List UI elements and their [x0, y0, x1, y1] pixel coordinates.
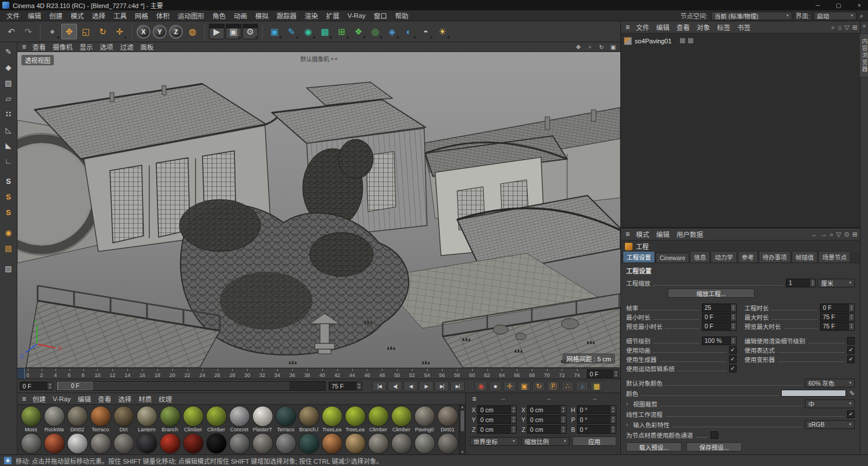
- material-item[interactable]: [67, 434, 88, 453]
- go-to-start-button[interactable]: |◀: [372, 381, 387, 391]
- attribute-tab[interactable]: 帧插值: [792, 251, 818, 262]
- simulation-icon[interactable]: ◐: [401, 24, 417, 39]
- zoom-view-icon[interactable]: ⌕: [585, 43, 595, 51]
- preview-range-slider[interactable]: 0 F 75 F: [56, 381, 326, 391]
- stepper-icon[interactable]: [848, 313, 854, 321]
- points-mode-icon[interactable]: ∷: [2, 107, 16, 121]
- coordinate-menu-icon[interactable]: ≡: [470, 395, 479, 403]
- use-motion-system-checkbox[interactable]: [729, 365, 737, 372]
- viewport-menu-item[interactable]: 显示: [76, 42, 97, 52]
- material-item[interactable]: [252, 434, 273, 453]
- keyframe-scale-icon[interactable]: ▣: [518, 381, 531, 391]
- minimize-button[interactable]: ─: [809, 0, 826, 10]
- project-duration-field[interactable]: 0 F: [820, 304, 855, 312]
- coordinate-field[interactable]: 0 °: [577, 405, 616, 414]
- viewport-solo-off-icon[interactable]: S: [2, 174, 16, 188]
- menubar-item[interactable]: 模式: [67, 10, 88, 21]
- deformer-icon[interactable]: ◈: [384, 24, 400, 39]
- minimal-interface-icon[interactable]: ▦: [590, 381, 603, 391]
- play-button[interactable]: ▶: [419, 381, 433, 391]
- menubar-item[interactable]: 编辑: [24, 10, 45, 21]
- coordinate-system-dropdown[interactable]: 世界坐标▾: [470, 437, 518, 446]
- material-item[interactable]: [159, 434, 181, 453]
- save-preset-button[interactable]: 保存预设...: [686, 442, 742, 452]
- use-animation-checkbox[interactable]: [729, 346, 737, 354]
- stepper-icon[interactable]: [610, 416, 616, 423]
- autokey-icon[interactable]: ●: [489, 381, 502, 391]
- material-item[interactable]: [182, 434, 204, 453]
- material-item[interactable]: Branch: [159, 406, 181, 434]
- preview-min-field[interactable]: 0 F: [702, 322, 737, 331]
- use-generators-checkbox[interactable]: [729, 356, 737, 363]
- object-row[interactable]: so4Paving01: [624, 36, 857, 46]
- use-expressions-checkbox[interactable]: [847, 346, 855, 354]
- stepper-icon[interactable]: [610, 426, 616, 433]
- viewport-solo-single-icon[interactable]: S: [2, 190, 16, 204]
- coordinate-system-icon[interactable]: ◍: [185, 24, 200, 39]
- material-menu-item[interactable]: 创建: [29, 394, 49, 404]
- tag-icon[interactable]: [679, 38, 686, 44]
- current-frame-marker[interactable]: [17, 368, 25, 379]
- material-item[interactable]: Dirt02: [67, 406, 88, 434]
- stepper-icon[interactable]: [848, 323, 854, 330]
- scale-tool-icon[interactable]: ◱: [78, 24, 94, 39]
- om-home-icon[interactable]: ⌂: [838, 24, 842, 31]
- close-button[interactable]: ×: [851, 0, 868, 10]
- coordinate-field[interactable]: 0 cm: [477, 415, 517, 424]
- quantize-icon[interactable]: ▤: [2, 241, 16, 255]
- viewport-menu-icon[interactable]: ≡: [20, 43, 28, 51]
- fps-field[interactable]: 25: [702, 304, 737, 312]
- generator-icon[interactable]: ⊞: [334, 24, 350, 39]
- redo-icon[interactable]: ↷: [20, 24, 36, 39]
- keyframe-rotation-icon[interactable]: ↻: [532, 381, 545, 391]
- material-item[interactable]: [298, 434, 319, 453]
- object-manager-menu-item[interactable]: 书签: [734, 22, 754, 32]
- search-icon[interactable]: ⌕: [860, 12, 863, 20]
- live-selection-icon[interactable]: ⌖: [45, 24, 60, 39]
- coordinate-field[interactable]: 0 cm: [527, 425, 567, 434]
- expander-icon[interactable]: ›: [626, 421, 631, 428]
- material-item[interactable]: Dirt: [113, 406, 134, 434]
- light-icon[interactable]: ☀: [435, 24, 450, 39]
- material-item[interactable]: TreeLea: [344, 406, 366, 434]
- viewport-menu-item[interactable]: 选项: [97, 42, 117, 52]
- keyframe-pla-icon[interactable]: ∴: [561, 381, 574, 391]
- previous-key-button[interactable]: ◀|: [388, 381, 402, 391]
- current-frame-field[interactable]: 0 F: [20, 382, 53, 390]
- field-icon[interactable]: ◎: [367, 24, 383, 39]
- view-clipping-dropdown[interactable]: 中▾: [805, 400, 855, 408]
- menubar-item[interactable]: 工具: [109, 10, 131, 21]
- preview-max-field[interactable]: 75 F: [820, 322, 855, 331]
- model-mode-icon[interactable]: ◆: [2, 60, 16, 74]
- tag-icon[interactable]: [687, 38, 694, 44]
- material-scrollbar[interactable]: ▲▼: [459, 405, 465, 454]
- stepper-icon[interactable]: [848, 304, 854, 312]
- menubar-item[interactable]: 体积: [152, 10, 174, 21]
- linear-workflow-checkbox[interactable]: [847, 410, 855, 418]
- menubar-item[interactable]: 运动图形: [174, 10, 208, 21]
- enable-axis-icon[interactable]: ∟: [2, 154, 16, 168]
- stepper-icon[interactable]: [610, 406, 616, 413]
- material-item[interactable]: Terraco: [275, 406, 296, 434]
- node-space-dropdown[interactable]: 当前 (标准/物理) ▾: [711, 12, 792, 20]
- am-filter-icon[interactable]: ▽: [836, 231, 841, 238]
- subdivision-surface-icon[interactable]: ◉: [300, 24, 316, 39]
- attribute-tab[interactable]: 参考: [738, 251, 758, 262]
- material-item[interactable]: [275, 434, 296, 453]
- edges-mode-icon[interactable]: ◺: [2, 123, 16, 136]
- material-menu-item[interactable]: 纹理: [155, 394, 175, 404]
- attribute-tab[interactable]: 信息: [690, 251, 710, 262]
- menubar-item[interactable]: 扩展: [322, 10, 344, 21]
- render-picture-viewer-icon[interactable]: ▣: [226, 24, 241, 39]
- environment-icon[interactable]: ◓: [418, 24, 433, 39]
- render-lod-checkbox[interactable]: [847, 337, 855, 345]
- attribute-tab[interactable]: 工程设置: [623, 251, 655, 262]
- coordinate-field[interactable]: 0 cm: [477, 405, 517, 414]
- material-item[interactable]: [229, 434, 250, 453]
- material-item[interactable]: [90, 434, 111, 453]
- coordinate-field[interactable]: 0 cm: [477, 425, 517, 434]
- view-label[interactable]: 透视视图: [21, 55, 54, 65]
- workplane-mode-icon[interactable]: ▱: [2, 91, 16, 105]
- material-item[interactable]: RockWa: [43, 406, 65, 434]
- object-manager-menu-item[interactable]: 查看: [673, 22, 693, 32]
